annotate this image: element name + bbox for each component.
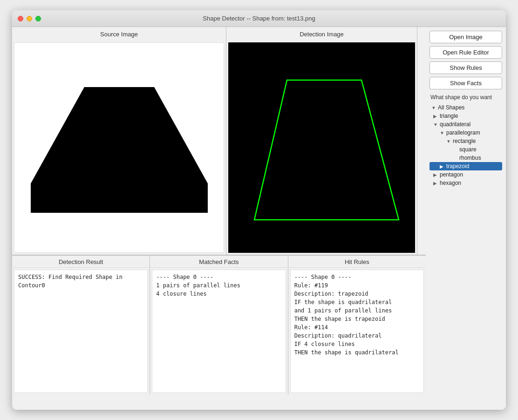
open-rule-editor-button[interactable]: Open Rule Editor (429, 46, 502, 59)
detection-label: Detection Image (226, 27, 417, 41)
tree-toggle-icon: ▼ (440, 130, 446, 135)
matched-facts-content: ---- Shape 0 ----1 pairs of parallel lin… (152, 270, 286, 393)
tree-item-label: square (459, 146, 477, 153)
image-panels: Source Image Detection Image (12, 27, 426, 255)
show-facts-button[interactable]: Show Facts (429, 77, 502, 89)
detection-panel: Detection Image (226, 27, 417, 255)
tree-item-hexagon[interactable]: ▶hexagon (429, 179, 502, 187)
tree-item-label: rectangle (453, 138, 476, 144)
tree-item-label: rhombus (459, 155, 481, 161)
svg-rect-2 (231, 57, 413, 238)
main-window: Shape Detector -- Shape from: test13.png… (12, 10, 506, 410)
detection-shape-svg (231, 57, 413, 238)
tree-toggle-icon: ▶ (433, 181, 440, 186)
tree-item-label: parallelogram (446, 129, 480, 136)
hit-rules-content: ---- Shape 0 ----Rule: #119Description: … (290, 270, 424, 393)
what-shape-label: What shape do you want (429, 94, 502, 101)
shape-tree: ▼All Shapes▶triangle▼quadrilateral▼paral… (429, 103, 502, 406)
tree-toggle-icon: ▶ (433, 114, 440, 119)
titlebar-buttons (18, 16, 41, 21)
tree-toggle-icon: ▶ (433, 172, 440, 177)
tree-item-label: hexagon (440, 180, 461, 186)
tree-item-pentagon[interactable]: ▶pentagon (429, 170, 502, 179)
detection-result-label: Detection Result (12, 256, 150, 268)
tree-item-rhombus[interactable]: rhombus (429, 154, 502, 162)
svg-marker-0 (31, 87, 208, 213)
close-button[interactable] (18, 16, 23, 21)
detection-result-content: SUCCESS: Find Required Shape in Contour0 (14, 270, 148, 393)
tree-item-label: trapezoid (446, 163, 469, 169)
source-shape-svg (31, 59, 208, 236)
tree-item-parallelogram[interactable]: ▼parallelogram (429, 129, 502, 137)
tree-toggle-icon: ▼ (431, 105, 438, 110)
tree-item-trapezoid[interactable]: ▶trapezoid (429, 162, 502, 170)
tree-item-rectangle[interactable]: ▼rectangle (429, 137, 502, 145)
right-sidebar: Open Image Open Rule Editor Show Rules S… (426, 27, 506, 410)
facts-panel: Matched Facts ---- Shape 0 ----1 pairs o… (150, 256, 288, 395)
bottom-section: Detection Result SUCCESS: Find Required … (12, 255, 426, 395)
window-title: Shape Detector -- Shape from: test13.png (203, 15, 315, 22)
matched-facts-label: Matched Facts (150, 256, 287, 268)
titlebar: Shape Detector -- Shape from: test13.png (12, 10, 506, 27)
source-image-area (14, 42, 224, 253)
detection-image-area (228, 42, 415, 253)
tree-toggle-icon: ▶ (440, 164, 446, 169)
minimize-button[interactable] (27, 16, 32, 21)
tree-item-label: All Shapes (438, 104, 464, 111)
source-label: Source Image (12, 27, 226, 41)
tree-toggle-icon: ▼ (433, 122, 440, 127)
source-panel: Source Image (12, 27, 226, 255)
tree-item-label: pentagon (440, 171, 463, 178)
open-image-button[interactable]: Open Image (429, 31, 502, 43)
tree-item-triangle[interactable]: ▶triangle (429, 112, 502, 120)
tree-item-quadrilateral[interactable]: ▼quadrilateral (429, 120, 502, 129)
rules-panel: Hit Rules ---- Shape 0 ----Rule: #119Des… (288, 256, 426, 395)
hit-rules-label: Hit Rules (288, 256, 426, 268)
tree-item-all-shapes[interactable]: ▼All Shapes (429, 103, 502, 112)
tree-item-label: triangle (440, 113, 458, 119)
tree-item-label: quadrilateral (440, 121, 470, 128)
show-rules-button[interactable]: Show Rules (429, 61, 502, 74)
tree-item-square[interactable]: square (429, 145, 502, 154)
maximize-button[interactable] (35, 16, 41, 21)
tree-toggle-icon: ▼ (446, 139, 453, 144)
result-panel: Detection Result SUCCESS: Find Required … (12, 256, 150, 395)
